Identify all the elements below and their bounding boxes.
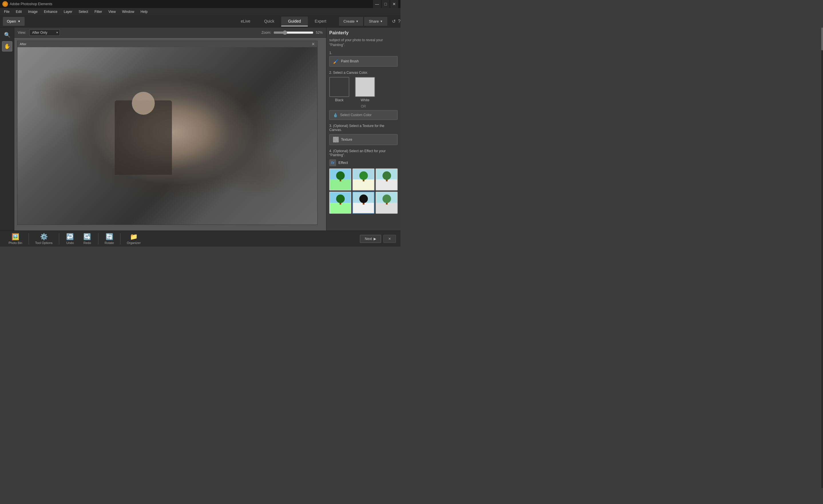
black-color-option[interactable]: Black bbox=[329, 77, 349, 102]
minimize-button[interactable]: — bbox=[373, 0, 381, 8]
canvas-container: After ✕ bbox=[17, 41, 318, 225]
menu-item-window[interactable]: Window bbox=[119, 9, 137, 15]
menu-item-layer[interactable]: Layer bbox=[61, 9, 75, 15]
view-select[interactable]: After Only Before Only Before & After bbox=[29, 29, 60, 36]
canvas-header: After ✕ bbox=[17, 41, 317, 47]
redo-icon: ↪️ bbox=[83, 233, 91, 240]
open-chevron-icon: ▼ bbox=[18, 20, 21, 23]
bottom-divider-1 bbox=[29, 233, 29, 244]
tool-options-tool[interactable]: ⚙️ Tool Options bbox=[31, 231, 57, 246]
photo-bin-tool[interactable]: 🖼️ Photo Bin bbox=[5, 231, 26, 246]
left-toolbar: 🔍 ✋ bbox=[0, 27, 14, 230]
mode-tab-elive[interactable]: eLive bbox=[234, 17, 257, 26]
menu-item-file[interactable]: File bbox=[1, 9, 12, 15]
menu-item-view[interactable]: View bbox=[106, 9, 119, 15]
figure-silhouette bbox=[115, 101, 172, 175]
tool-options-icon: ⚙️ bbox=[40, 233, 48, 240]
open-button[interactable]: Open ▼ bbox=[3, 17, 25, 26]
organizer-label: Organizer bbox=[127, 241, 141, 244]
rotate-label: Rotate bbox=[105, 241, 114, 244]
tree-thumb-2 bbox=[353, 169, 374, 190]
menu-item-select[interactable]: Select bbox=[76, 9, 91, 15]
tree-shape-6 bbox=[382, 193, 391, 204]
undo-tool[interactable]: ↩️ Undo bbox=[61, 231, 79, 246]
share-button[interactable]: Share ▼ bbox=[364, 17, 387, 26]
canvas-frame: After ✕ bbox=[14, 38, 326, 230]
create-button[interactable]: Create ▼ bbox=[339, 17, 363, 26]
effect-thumb-5[interactable] bbox=[352, 192, 374, 214]
maximize-button[interactable]: □ bbox=[382, 0, 389, 8]
help-icon[interactable]: ? bbox=[398, 19, 400, 24]
canvas-close-button[interactable]: ✕ bbox=[312, 42, 315, 46]
search-tool-button[interactable]: 🔍 bbox=[2, 30, 12, 40]
panel-description: subject of your photo to reveal your "Pa… bbox=[329, 38, 397, 47]
zoom-value: 52% bbox=[316, 31, 323, 35]
bottom-divider-3 bbox=[98, 233, 99, 244]
step4-section: 4. (Optional) Select an Effect for your … bbox=[329, 149, 397, 214]
zoom-slider[interactable] bbox=[274, 30, 314, 35]
fx-icon: fx bbox=[329, 159, 336, 166]
close-button[interactable]: ✕ bbox=[390, 0, 398, 8]
tree-thumb-1 bbox=[330, 169, 351, 190]
view-label: View: bbox=[18, 31, 26, 35]
hand-icon: ✋ bbox=[4, 43, 10, 49]
app-icon bbox=[2, 1, 8, 7]
modebar: Open ▼ eLiveQuickGuidedExpert Create ▼ S… bbox=[0, 15, 400, 27]
mode-tab-expert[interactable]: Expert bbox=[308, 17, 333, 26]
menu-item-help[interactable]: Help bbox=[138, 9, 150, 15]
search-icon: 🔍 bbox=[4, 32, 10, 38]
menu-item-filter[interactable]: Filter bbox=[92, 9, 105, 15]
head-shape bbox=[132, 92, 155, 115]
menu-item-image[interactable]: Image bbox=[25, 9, 40, 15]
tool-options-label: Tool Options bbox=[35, 241, 53, 244]
black-swatch bbox=[329, 77, 349, 97]
tree-shape-1 bbox=[336, 170, 345, 181]
rotate-tool[interactable]: 🔄 Rotate bbox=[101, 231, 118, 246]
mode-tab-quick[interactable]: Quick bbox=[257, 17, 281, 26]
custom-color-label: Select Custom Color bbox=[340, 113, 372, 117]
paint-brush-icon: 🖌️ bbox=[333, 59, 339, 64]
effect-thumb-4[interactable] bbox=[329, 192, 351, 214]
photo-bin-label: Photo Bin bbox=[9, 241, 22, 244]
right-panel: Painterly subject of your photo to revea… bbox=[326, 27, 400, 230]
hand-tool-button[interactable]: ✋ bbox=[2, 41, 12, 51]
texture-button[interactable]: Texture bbox=[329, 134, 397, 145]
color-options: Black White bbox=[329, 77, 397, 102]
custom-color-button[interactable]: 💧 Select Custom Color bbox=[329, 110, 397, 120]
reset-icon[interactable]: ↺ bbox=[392, 19, 395, 24]
effect-thumb-2[interactable] bbox=[352, 168, 374, 190]
share-chevron-icon: ▼ bbox=[380, 20, 383, 23]
effect-thumb-6[interactable] bbox=[376, 192, 397, 214]
tree-shape-3 bbox=[382, 170, 391, 181]
menu-item-enhance[interactable]: Enhance bbox=[41, 9, 60, 15]
effect-thumb-3[interactable] bbox=[376, 168, 397, 190]
black-label: Black bbox=[335, 98, 343, 102]
menu-item-edit[interactable]: Edit bbox=[13, 9, 25, 15]
organizer-tool[interactable]: 📁 Organizer bbox=[123, 231, 145, 246]
bottom-right: Next ▶ ✕ bbox=[360, 235, 396, 243]
tree-shape-4 bbox=[336, 193, 345, 204]
titlebar-left: Adobe Photoshop Elements bbox=[2, 1, 52, 7]
next-button[interactable]: Next ▶ bbox=[360, 235, 381, 243]
create-chevron-icon: ▼ bbox=[356, 20, 359, 23]
mode-tab-guided[interactable]: Guided bbox=[281, 17, 308, 26]
canvas-image bbox=[17, 47, 317, 224]
tree-thumb-3 bbox=[376, 169, 397, 190]
redo-tool[interactable]: ↪️ Redo bbox=[79, 231, 96, 246]
canvas-painting bbox=[17, 47, 317, 224]
white-label: White bbox=[361, 98, 370, 102]
cancel-button[interactable]: ✕ bbox=[383, 235, 396, 243]
menubar: FileEditImageEnhanceLayerSelectFilterVie… bbox=[0, 8, 400, 15]
white-swatch bbox=[355, 77, 375, 97]
white-color-option[interactable]: White bbox=[355, 77, 375, 102]
effect-grid bbox=[329, 168, 397, 214]
view-select-wrapper: After Only Before Only Before & After bbox=[29, 29, 60, 36]
paint-brush-button[interactable]: 🖌️ Paint Brush bbox=[329, 56, 397, 67]
next-label: Next bbox=[365, 237, 372, 241]
effect-thumb-1[interactable] bbox=[329, 168, 351, 190]
bottom-divider-4 bbox=[120, 233, 121, 244]
effect-label-row: fx Effect bbox=[329, 159, 397, 166]
rotate-icon: 🔄 bbox=[106, 233, 113, 240]
undo-label: Undo bbox=[66, 241, 74, 244]
bottom-bar: 🖼️ Photo Bin ⚙️ Tool Options ↩️ Undo ↪️ … bbox=[0, 230, 400, 246]
